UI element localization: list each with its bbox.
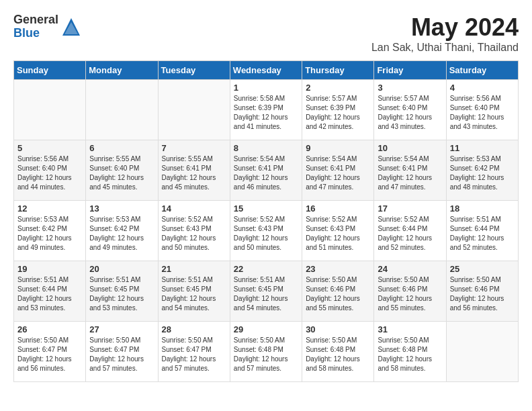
calendar-cell: 6Sunrise: 5:55 AM Sunset: 6:40 PM Daylig… [86, 140, 158, 201]
header-thursday: Thursday [302, 61, 374, 80]
day-info: Sunrise: 5:57 AM Sunset: 6:40 PM Dayligh… [378, 94, 442, 132]
day-number: 22 [234, 264, 298, 274]
calendar-cell: 12Sunrise: 5:53 AM Sunset: 6:42 PM Dayli… [14, 201, 86, 261]
day-info: Sunrise: 5:51 AM Sunset: 6:44 PM Dayligh… [450, 215, 515, 253]
calendar-cell: 9Sunrise: 5:54 AM Sunset: 6:41 PM Daylig… [302, 140, 374, 201]
day-info: Sunrise: 5:51 AM Sunset: 6:45 PM Dayligh… [89, 275, 154, 313]
calendar-cell: 5Sunrise: 5:56 AM Sunset: 6:40 PM Daylig… [14, 140, 86, 201]
calendar-cell: 13Sunrise: 5:53 AM Sunset: 6:42 PM Dayli… [86, 201, 158, 261]
logo: General Blue [13, 13, 81, 40]
day-info: Sunrise: 5:50 AM Sunset: 6:47 PM Dayligh… [162, 336, 226, 373]
calendar-cell: 3Sunrise: 5:57 AM Sunset: 6:40 PM Daylig… [374, 80, 446, 140]
calendar-cell: 16Sunrise: 5:52 AM Sunset: 6:43 PM Dayli… [302, 201, 374, 261]
calendar-cell [14, 80, 86, 140]
day-info: Sunrise: 5:54 AM Sunset: 6:41 PM Dayligh… [306, 154, 370, 192]
day-info: Sunrise: 5:50 AM Sunset: 6:48 PM Dayligh… [378, 336, 442, 373]
day-number: 14 [162, 203, 226, 214]
day-number: 27 [89, 324, 154, 334]
header-sunday: Sunday [14, 61, 86, 80]
day-number: 17 [378, 203, 442, 214]
day-number: 16 [306, 203, 370, 214]
day-number: 6 [89, 143, 154, 153]
day-info: Sunrise: 5:50 AM Sunset: 6:46 PM Dayligh… [378, 275, 442, 313]
calendar-cell: 18Sunrise: 5:51 AM Sunset: 6:44 PM Dayli… [446, 201, 518, 261]
day-info: Sunrise: 5:53 AM Sunset: 6:42 PM Dayligh… [89, 215, 154, 253]
calendar-header: Sunday Monday Tuesday Wednesday Thursday… [14, 61, 519, 80]
calendar-cell: 2Sunrise: 5:57 AM Sunset: 6:39 PM Daylig… [302, 80, 374, 140]
day-number: 8 [234, 143, 298, 153]
day-number: 4 [450, 83, 515, 93]
calendar-cell: 25Sunrise: 5:50 AM Sunset: 6:46 PM Dayli… [446, 261, 518, 322]
day-info: Sunrise: 5:52 AM Sunset: 6:43 PM Dayligh… [234, 215, 298, 253]
day-number: 31 [378, 324, 442, 334]
title-block: May 2024 Lan Sak, Uthai Thani, Thailand [371, 13, 519, 54]
calendar-cell [86, 80, 158, 140]
day-info: Sunrise: 5:53 AM Sunset: 6:42 PM Dayligh… [450, 154, 515, 192]
calendar-cell: 26Sunrise: 5:50 AM Sunset: 6:47 PM Dayli… [14, 322, 86, 382]
calendar-cell: 24Sunrise: 5:50 AM Sunset: 6:46 PM Dayli… [374, 261, 446, 322]
calendar-cell: 10Sunrise: 5:54 AM Sunset: 6:41 PM Dayli… [374, 140, 446, 201]
calendar-table: Sunday Monday Tuesday Wednesday Thursday… [13, 60, 519, 382]
day-number: 21 [162, 264, 226, 274]
location-title: Lan Sak, Uthai Thani, Thailand [371, 42, 519, 54]
calendar-cell: 7Sunrise: 5:55 AM Sunset: 6:41 PM Daylig… [158, 140, 230, 201]
header-friday: Friday [374, 61, 446, 80]
day-number: 15 [234, 203, 298, 214]
day-info: Sunrise: 5:50 AM Sunset: 6:48 PM Dayligh… [306, 336, 370, 373]
day-info: Sunrise: 5:52 AM Sunset: 6:44 PM Dayligh… [378, 215, 442, 253]
calendar-cell: 22Sunrise: 5:51 AM Sunset: 6:45 PM Dayli… [230, 261, 302, 322]
day-number: 30 [306, 324, 370, 334]
day-number: 18 [450, 203, 515, 214]
logo-icon [61, 17, 81, 37]
calendar-cell: 21Sunrise: 5:51 AM Sunset: 6:45 PM Dayli… [158, 261, 230, 322]
calendar-cell: 19Sunrise: 5:51 AM Sunset: 6:44 PM Dayli… [14, 261, 86, 322]
calendar-week-1: 1Sunrise: 5:58 AM Sunset: 6:39 PM Daylig… [14, 80, 519, 140]
day-info: Sunrise: 5:55 AM Sunset: 6:41 PM Dayligh… [162, 154, 226, 192]
day-number: 5 [17, 143, 82, 153]
day-info: Sunrise: 5:52 AM Sunset: 6:43 PM Dayligh… [162, 215, 226, 253]
day-info: Sunrise: 5:52 AM Sunset: 6:43 PM Dayligh… [306, 215, 370, 253]
day-number: 20 [89, 264, 154, 274]
calendar-cell: 15Sunrise: 5:52 AM Sunset: 6:43 PM Dayli… [230, 201, 302, 261]
header-row: Sunday Monday Tuesday Wednesday Thursday… [14, 61, 519, 80]
day-number: 11 [450, 143, 515, 153]
calendar-week-4: 19Sunrise: 5:51 AM Sunset: 6:44 PM Dayli… [14, 261, 519, 322]
day-info: Sunrise: 5:50 AM Sunset: 6:46 PM Dayligh… [306, 275, 370, 313]
logo-blue: Blue [13, 27, 58, 40]
header-wednesday: Wednesday [230, 61, 302, 80]
calendar-cell: 8Sunrise: 5:54 AM Sunset: 6:41 PM Daylig… [230, 140, 302, 201]
calendar-cell: 23Sunrise: 5:50 AM Sunset: 6:46 PM Dayli… [302, 261, 374, 322]
day-info: Sunrise: 5:50 AM Sunset: 6:48 PM Dayligh… [234, 336, 298, 373]
calendar-cell: 30Sunrise: 5:50 AM Sunset: 6:48 PM Dayli… [302, 322, 374, 382]
calendar-week-5: 26Sunrise: 5:50 AM Sunset: 6:47 PM Dayli… [14, 322, 519, 382]
day-info: Sunrise: 5:51 AM Sunset: 6:44 PM Dayligh… [17, 275, 82, 313]
calendar-cell [446, 322, 518, 382]
day-number: 7 [162, 143, 226, 153]
day-number: 2 [306, 83, 370, 93]
header-monday: Monday [86, 61, 158, 80]
day-info: Sunrise: 5:56 AM Sunset: 6:40 PM Dayligh… [450, 94, 515, 132]
day-info: Sunrise: 5:54 AM Sunset: 6:41 PM Dayligh… [378, 154, 442, 192]
page-header: General Blue May 2024 Lan Sak, Uthai Tha… [13, 13, 519, 54]
day-info: Sunrise: 5:57 AM Sunset: 6:39 PM Dayligh… [306, 94, 370, 132]
calendar-week-3: 12Sunrise: 5:53 AM Sunset: 6:42 PM Dayli… [14, 201, 519, 261]
calendar-cell: 4Sunrise: 5:56 AM Sunset: 6:40 PM Daylig… [446, 80, 518, 140]
day-info: Sunrise: 5:51 AM Sunset: 6:45 PM Dayligh… [162, 275, 226, 313]
day-number: 28 [162, 324, 226, 334]
day-info: Sunrise: 5:55 AM Sunset: 6:40 PM Dayligh… [89, 154, 154, 192]
day-number: 24 [378, 264, 442, 274]
calendar-cell: 31Sunrise: 5:50 AM Sunset: 6:48 PM Dayli… [374, 322, 446, 382]
day-number: 12 [17, 203, 82, 214]
day-number: 26 [17, 324, 82, 334]
day-number: 23 [306, 264, 370, 274]
day-info: Sunrise: 5:58 AM Sunset: 6:39 PM Dayligh… [234, 94, 298, 132]
day-number: 25 [450, 264, 515, 274]
calendar-cell: 28Sunrise: 5:50 AM Sunset: 6:47 PM Dayli… [158, 322, 230, 382]
day-info: Sunrise: 5:50 AM Sunset: 6:47 PM Dayligh… [17, 336, 82, 373]
day-number: 13 [89, 203, 154, 214]
day-info: Sunrise: 5:51 AM Sunset: 6:45 PM Dayligh… [234, 275, 298, 313]
logo-text: General Blue [13, 13, 58, 40]
day-info: Sunrise: 5:53 AM Sunset: 6:42 PM Dayligh… [17, 215, 82, 253]
day-number: 1 [234, 83, 298, 93]
calendar-cell: 27Sunrise: 5:50 AM Sunset: 6:47 PM Dayli… [86, 322, 158, 382]
